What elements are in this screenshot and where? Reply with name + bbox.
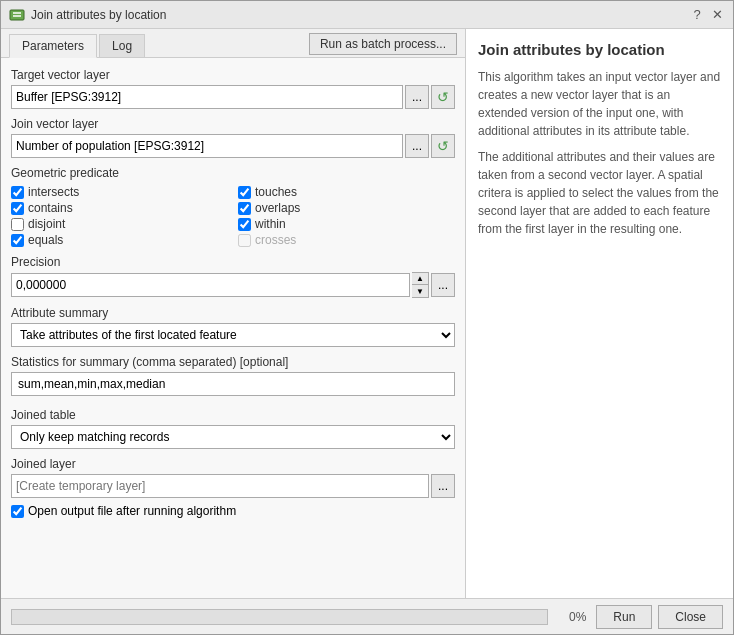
joined-layer-input[interactable]: [11, 474, 429, 498]
precision-row: ▲ ▼ ...: [11, 272, 455, 298]
svg-rect-0: [10, 10, 24, 20]
bottom-bar: 0% Run Close: [1, 598, 733, 634]
joined-layer-row: ...: [11, 474, 455, 498]
geometric-predicate-grid: intersects touches contains overlaps: [11, 185, 455, 247]
joined-layer-dots-button[interactable]: ...: [431, 474, 455, 498]
left-panel: Parameters Log Run as batch process... T…: [1, 29, 466, 598]
checkbox-overlaps: overlaps: [238, 201, 455, 215]
attribute-summary-row: Take attributes of the first located fea…: [11, 323, 455, 347]
checkbox-disjoint: disjoint: [11, 217, 228, 231]
joined-table-select[interactable]: Only keep matching records: [11, 425, 455, 449]
checkbox-contains: contains: [11, 201, 228, 215]
checkbox-equals: equals: [11, 233, 228, 247]
target-vector-label: Target vector layer: [11, 68, 455, 82]
action-buttons: Run Close: [596, 605, 723, 629]
tabs-left: Parameters Log: [9, 34, 147, 57]
target-vector-select[interactable]: Buffer [EPSG:3912]: [11, 85, 403, 109]
title-bar: Join attributes by location ? ✕: [1, 1, 733, 29]
title-bar-left: Join attributes by location: [9, 7, 166, 23]
precision-dots-button[interactable]: ...: [431, 273, 455, 297]
join-vector-row: Number of population [EPSG:3912] ... ↺: [11, 134, 455, 158]
join-vector-dots-button[interactable]: ...: [405, 134, 429, 158]
target-vector-row: Buffer [EPSG:3912] ... ↺: [11, 85, 455, 109]
joined-layer-label: Joined layer: [11, 457, 455, 471]
help-title: Join attributes by location: [478, 41, 721, 58]
progress-label: 0%: [556, 610, 586, 624]
title-bar-right: ? ✕: [689, 7, 725, 23]
window-title: Join attributes by location: [31, 8, 166, 22]
target-vector-dots-button[interactable]: ...: [405, 85, 429, 109]
statistics-input[interactable]: [11, 372, 455, 396]
main-window: Join attributes by location ? ✕ Paramete…: [0, 0, 734, 635]
open-output-row: Open output file after running algorithm: [11, 504, 455, 518]
checkbox-crosses: crosses: [238, 233, 455, 247]
checkbox-within: within: [238, 217, 455, 231]
attribute-summary-select[interactable]: Take attributes of the first located fea…: [11, 323, 455, 347]
tab-parameters[interactable]: Parameters: [9, 34, 97, 58]
open-output-checkbox[interactable]: [11, 505, 24, 518]
precision-spinner: ▲ ▼: [412, 272, 429, 298]
content-area: Parameters Log Run as batch process... T…: [1, 29, 733, 598]
checkbox-intersects: intersects: [11, 185, 228, 199]
tab-log[interactable]: Log: [99, 34, 145, 57]
window-close-button[interactable]: ✕: [709, 7, 725, 23]
close-button[interactable]: Close: [658, 605, 723, 629]
join-vector-select[interactable]: Number of population [EPSG:3912]: [11, 134, 403, 158]
join-vector-label: Join vector layer: [11, 117, 455, 131]
help-paragraph2: The additional attributes and their valu…: [478, 148, 721, 238]
join-vector-refresh-button[interactable]: ↺: [431, 134, 455, 158]
checkbox-touches: touches: [238, 185, 455, 199]
precision-input[interactable]: [11, 273, 410, 297]
right-panel: Join attributes by location This algorit…: [466, 29, 733, 598]
run-button[interactable]: Run: [596, 605, 652, 629]
params-panel: Target vector layer Buffer [EPSG:3912] .…: [1, 58, 465, 598]
statistics-label: Statistics for summary (comma separated)…: [11, 355, 455, 369]
precision-label: Precision: [11, 255, 455, 269]
help-button[interactable]: ?: [689, 7, 705, 23]
open-output-label: Open output file after running algorithm: [28, 504, 236, 518]
app-icon: [9, 7, 25, 23]
help-paragraph1: This algorithm takes an input vector lay…: [478, 68, 721, 140]
joined-table-label: Joined table: [11, 408, 455, 422]
precision-spin-up[interactable]: ▲: [412, 273, 428, 285]
attribute-summary-label: Attribute summary: [11, 306, 455, 320]
target-vector-refresh-button[interactable]: ↺: [431, 85, 455, 109]
geometric-predicate-label: Geometric predicate: [11, 166, 455, 180]
precision-spin-down[interactable]: ▼: [412, 285, 428, 297]
progress-bar-container: [11, 609, 548, 625]
batch-process-button[interactable]: Run as batch process...: [309, 33, 457, 55]
tabs-bar: Parameters Log Run as batch process...: [1, 29, 465, 58]
joined-table-row: Only keep matching records: [11, 425, 455, 449]
